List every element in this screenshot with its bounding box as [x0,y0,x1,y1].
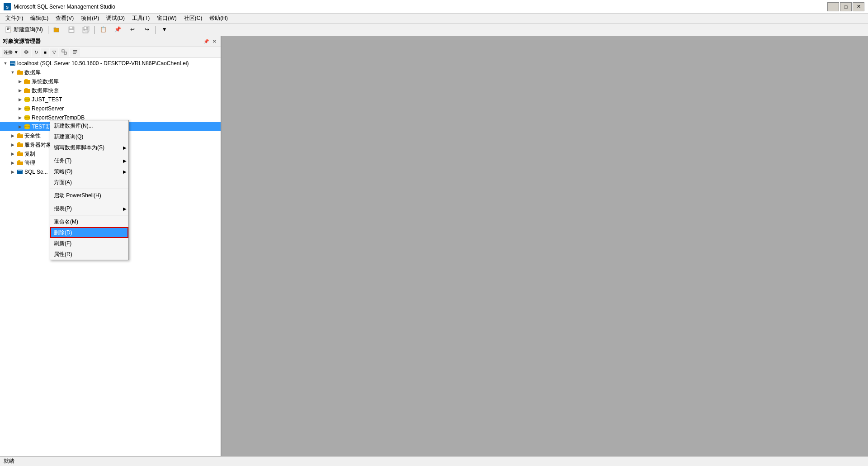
new-query-button[interactable]: 新建查询(N) [2,25,46,35]
refresh-button[interactable]: ↻ [32,48,40,57]
menu-view[interactable]: 查看(V) [52,14,77,23]
sql-agent-expand-icon: ▶ [9,168,16,176]
disconnect-button[interactable] [21,48,31,57]
filter-button[interactable]: ▽ [50,48,58,57]
stop-button[interactable]: ■ [41,48,49,57]
ctx-tasks[interactable]: 任务(T) ▶ [50,155,128,166]
sys-db-expand-icon: ▶ [16,78,24,85]
sql-agent-icon [16,168,24,176]
toolbar-paste-button[interactable]: 📌 [111,25,125,35]
ctx-sep-4 [50,215,128,215]
toolbar-extra-button[interactable]: ▼ [158,25,171,35]
properties-button[interactable] [70,48,80,57]
menu-window[interactable]: 窗口(W) [153,14,180,23]
toolbar-separator-3 [156,26,156,34]
connect-button[interactable]: 连接 ▼ [2,48,20,57]
title-bar-controls: ─ □ ✕ [827,2,864,11]
toolbar-open-button[interactable] [50,25,64,35]
svg-rect-7 [54,28,59,32]
close-button[interactable]: ✕ [853,2,864,11]
tree-item-report-server[interactable]: ▶ ReportServer [0,104,221,113]
menu-file[interactable]: 文件(F) [2,14,27,23]
panel-close-button[interactable]: ✕ [211,38,218,45]
maximize-button[interactable]: □ [840,2,852,11]
svg-point-38 [24,115,30,118]
databases-expand-icon: ▼ [9,69,16,76]
toolbar-copy-button[interactable]: 📋 [97,25,110,35]
menu-edit[interactable]: 编辑(E) [27,14,52,23]
report-server-label: ReportServer [32,105,64,112]
svg-rect-8 [54,28,56,29]
toolbar-saveall-button[interactable] [79,25,93,35]
main-layout: 对象资源管理器 📌 ✕ 连接 ▼ ↻ [0,36,868,456]
ctx-reports[interactable]: 报表(P) ▶ [50,203,128,214]
pin-button[interactable]: 📌 [203,38,210,45]
toolbar-undo-button[interactable]: ↩ [126,25,139,35]
save-all-icon [82,26,90,33]
ctx-sep-1 [50,154,128,154]
svg-rect-3 [7,28,9,28]
toolbar-save-button[interactable] [65,25,78,35]
tree-item-system-databases[interactable]: ▶ 系统数据库 [0,77,221,86]
toolbar-separator [48,26,48,34]
ctx-facets[interactable]: 方面(A) [50,177,128,188]
ctx-rename[interactable]: 重命名(M) [50,216,128,227]
ctx-new-db[interactable]: 新建数据库(N)... [50,120,128,131]
ctx-script-db[interactable]: 编写数据库脚本为(S) ▶ [50,142,128,153]
svg-rect-14 [83,30,88,33]
ctx-new-query[interactable]: 新建查询(Q) [50,131,128,142]
ctx-sep-3 [50,202,128,202]
tree-item-just-test[interactable]: ▶ JUST_TEST [0,95,221,104]
system-databases-label: 系统数据库 [32,78,59,86]
test-new-label: TEST新 [32,123,51,131]
replication-folder-icon [16,150,24,157]
ctx-delete[interactable]: 删除(D) [50,227,128,238]
collapse-button[interactable] [59,48,69,57]
menu-help[interactable]: 帮助(H) [206,14,231,23]
management-label: 管理 [24,159,35,167]
svg-rect-20 [73,50,77,51]
ctx-properties[interactable]: 属性(R) [50,249,128,260]
svg-rect-24 [10,62,15,62]
toolbar-redo-button[interactable]: ↪ [140,25,154,35]
menu-debug[interactable]: 调试(D) [103,14,128,23]
status-text: 就绪 [4,457,14,465]
svg-point-37 [24,118,30,120]
server-obj-folder-icon [16,141,24,148]
tree-item-server[interactable]: ▼ localhost (SQL Server 10.50.1600 - DES… [0,59,221,68]
tree-item-db-snapshots[interactable]: ▶ 数据库快照 [0,86,221,95]
menu-tools[interactable]: 工具(T) [128,14,153,23]
disconnect-icon [23,49,29,56]
title-bar: S Microsoft SQL Server Management Studio… [0,0,868,14]
sys-db-folder-icon [24,78,31,85]
tree-item-databases[interactable]: ▼ 数据库 [0,68,221,77]
object-explorer-panel: 对象资源管理器 📌 ✕ 连接 ▼ ↻ [0,36,222,456]
ctx-powershell[interactable]: 启动 PowerShell(H) [50,190,128,201]
svg-point-34 [24,106,30,109]
svg-rect-19 [64,52,66,54]
ctx-tasks-label: 任务(T) [54,157,71,165]
menu-project[interactable]: 项目(P) [77,14,103,23]
filter-icon: ▽ [52,50,56,55]
server-obj-expand-icon: ▶ [9,141,16,148]
report-temp-db-icon [24,114,31,121]
replication-expand-icon: ▶ [9,150,16,157]
svg-rect-5 [7,29,9,30]
new-query-label: 新建查询(N) [14,26,43,33]
server-expand-icon: ▼ [2,60,9,67]
svg-point-33 [24,109,30,111]
svg-point-30 [24,97,30,100]
ctx-policy[interactable]: 策略(O) ▶ [50,166,128,177]
svg-rect-10 [70,27,72,29]
minimize-button[interactable]: ─ [827,2,839,11]
just-test-label: JUST_TEST [32,96,62,103]
refresh-icon: ↻ [34,50,38,55]
svg-rect-25 [10,63,15,64]
svg-rect-11 [69,30,74,32]
report-server-db-icon [24,105,31,112]
svg-point-42 [24,124,30,127]
menu-community[interactable]: 社区(C) [180,14,206,23]
panel-header-controls: 📌 ✕ [203,38,218,45]
ctx-refresh[interactable]: 刷新(F) [50,238,128,249]
just-test-db-icon [24,96,31,103]
